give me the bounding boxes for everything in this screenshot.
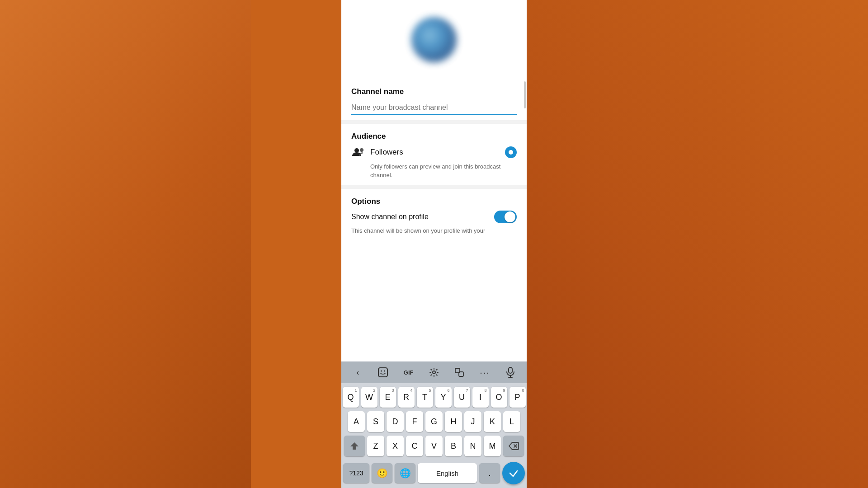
key-l[interactable]: L [503,411,520,432]
key-x[interactable]: X [387,436,404,456]
key-123[interactable]: ?123 [343,463,369,483]
keyboard-back-button[interactable]: ‹ [349,365,366,380]
key-g[interactable]: G [425,411,443,432]
key-send-button[interactable] [502,462,525,484]
radio-inner [509,150,513,155]
key-h[interactable]: H [445,411,462,432]
keyboard-bottom-row: ?123 🙂 🌐 English . [341,462,527,488]
toggle-knob [505,211,515,222]
content-area: Channel name Audience Followers [341,79,527,361]
svg-point-5 [433,371,435,374]
avatar-image [411,17,457,62]
key-period[interactable]: . [479,463,500,483]
keyboard-mic-button[interactable] [502,365,519,380]
key-n[interactable]: N [464,436,481,456]
followers-icon [351,145,365,159]
key-c[interactable]: C [406,436,423,456]
key-z[interactable]: Z [367,436,384,456]
keyboard-keys: 1Q 2W 3E 4R 5T 6Y 7U 8I 9O 0P A S D F G … [341,383,527,462]
show-profile-row: Show channel on profile [351,211,517,223]
svg-point-0 [354,148,359,153]
key-e[interactable]: 3E [380,387,396,408]
key-emoji[interactable]: 🙂 [372,463,392,483]
key-f[interactable]: F [406,411,423,432]
key-row-2: A S D F G H J K L [343,411,525,432]
keyboard: ‹ GIF [341,361,527,488]
keyboard-toolbar: ‹ GIF [341,361,527,383]
backspace-key[interactable] [503,436,524,456]
key-i[interactable]: 8I [472,387,489,408]
key-v[interactable]: V [425,436,443,456]
keyboard-settings-button[interactable] [425,365,443,380]
followers-label: Followers [370,148,403,157]
followers-radio[interactable] [505,146,517,158]
channel-name-input[interactable] [351,101,517,115]
key-o[interactable]: 9O [491,387,507,408]
channel-name-section: Channel name [341,79,527,120]
followers-description: Only followers can preview and join this… [370,163,517,180]
svg-rect-2 [378,368,387,377]
keyboard-more-button[interactable]: ··· [476,365,494,380]
followers-left: Followers [351,145,403,159]
key-w[interactable]: 2W [361,387,377,408]
options-section: Options Show channel on profile This cha… [341,189,527,240]
keyboard-gif-button[interactable]: GIF [400,365,417,380]
show-profile-toggle[interactable] [494,211,517,223]
options-title: Options [351,197,517,206]
key-m[interactable]: M [484,436,501,456]
key-t[interactable]: 5T [417,387,433,408]
keyboard-sticker-button[interactable] [374,365,392,380]
key-b[interactable]: B [445,436,462,456]
svg-point-4 [384,371,385,372]
show-profile-label: Show channel on profile [351,213,429,221]
key-p[interactable]: 0P [509,387,526,408]
key-space[interactable]: English [418,463,477,483]
key-k[interactable]: K [484,411,501,432]
shift-key[interactable] [344,436,365,456]
key-y[interactable]: 6Y [435,387,452,408]
key-j[interactable]: J [464,411,481,432]
key-globe[interactable]: 🌐 [395,463,415,483]
keyboard-translate-button[interactable] [451,365,468,380]
key-d[interactable]: D [387,411,404,432]
show-profile-description: This channel will be shown on your profi… [351,227,517,235]
key-q[interactable]: 1Q [343,387,359,408]
svg-point-1 [360,148,363,152]
background-left [0,0,251,488]
key-r[interactable]: 4R [398,387,415,408]
avatar-area [341,0,527,79]
scrollbar [524,81,526,108]
svg-rect-8 [509,367,512,373]
key-a[interactable]: A [348,411,365,432]
phone-screen: Channel name Audience Followers [341,0,527,488]
key-row-1: 1Q 2W 3E 4R 5T 6Y 7U 8I 9O 0P [343,387,525,408]
audience-title: Audience [351,132,517,141]
followers-row: Followers [351,145,517,159]
key-u[interactable]: 7U [454,387,470,408]
audience-section: Audience Followers [341,124,527,185]
channel-name-title: Channel name [351,87,517,96]
key-row-3: Z X C V B N M [343,436,525,456]
svg-point-3 [381,371,382,372]
section-divider-1 [341,120,527,124]
key-s[interactable]: S [367,411,384,432]
section-divider-2 [341,185,527,189]
